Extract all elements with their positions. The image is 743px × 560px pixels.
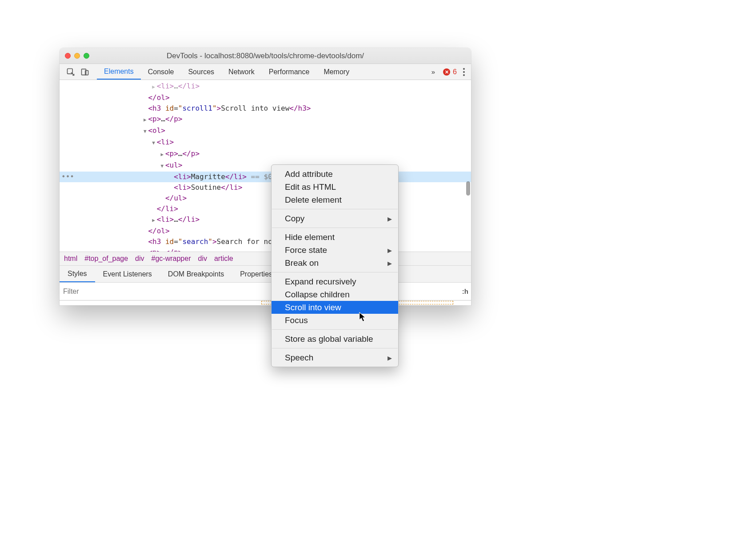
- context-menu-separator: [272, 228, 398, 228]
- breadcrumb-item[interactable]: article: [211, 255, 237, 263]
- breadcrumb-item[interactable]: div: [132, 255, 148, 263]
- more-tabs-button[interactable]: »: [427, 68, 439, 76]
- styles-panel-tabs: StylesEvent ListenersDOM BreakpointsProp…: [60, 266, 471, 283]
- context-menu-item-focus[interactable]: Focus: [272, 314, 398, 327]
- expand-arrow-icon[interactable]: [168, 182, 174, 193]
- context-menu-separator: [272, 209, 398, 209]
- expand-arrow-icon[interactable]: [151, 204, 157, 214]
- expand-arrow-icon[interactable]: [159, 160, 165, 172]
- context-menu-item-collapse-children[interactable]: Collapse children: [272, 288, 398, 301]
- dom-line[interactable]: <li>…</li>: [60, 214, 471, 226]
- window-title: DevTools - localhost:8080/web/tools/chro…: [60, 52, 471, 60]
- styles-tab-event-listeners[interactable]: Event Listeners: [95, 266, 160, 282]
- expand-arrow-icon[interactable]: [142, 226, 148, 236]
- expand-arrow-icon[interactable]: [159, 193, 165, 204]
- context-menu-item-store-as-global-variable[interactable]: Store as global variable: [272, 332, 398, 345]
- submenu-arrow-icon: ▶: [387, 354, 392, 361]
- breadcrumb-item[interactable]: div: [195, 255, 211, 263]
- context-menu-separator: [272, 348, 398, 348]
- elements-tree[interactable]: <li>…</li> </ol> <h3 id="scroll1">Scroll…: [60, 80, 471, 252]
- tab-elements[interactable]: Elements: [97, 64, 141, 80]
- devtools-menu-button[interactable]: [460, 68, 467, 76]
- context-menu-item-break-on[interactable]: Break on▶: [272, 256, 398, 269]
- dom-line[interactable]: <h3 id="scroll1">Scroll into view</h3>: [60, 103, 471, 114]
- expand-arrow-icon[interactable]: [142, 103, 148, 114]
- minimize-window-button[interactable]: [74, 53, 80, 59]
- expand-arrow-icon[interactable]: [142, 236, 148, 247]
- context-menu-item-edit-as-html[interactable]: Edit as HTML: [272, 180, 398, 193]
- expand-arrow-icon[interactable]: [159, 148, 165, 160]
- dom-line[interactable]: <li>Soutine</li>: [60, 182, 471, 193]
- context-menu-item-delete-element[interactable]: Delete element: [272, 193, 398, 206]
- dom-line[interactable]: <ol>: [60, 125, 471, 137]
- device-toggle-icon[interactable]: [80, 67, 90, 77]
- expand-arrow-icon[interactable]: [142, 125, 148, 137]
- expand-arrow-icon[interactable]: [142, 247, 148, 252]
- zoom-window-button[interactable]: [84, 53, 89, 59]
- dom-line[interactable]: </ol>: [60, 92, 471, 103]
- error-icon: ✕: [443, 68, 450, 76]
- dom-line[interactable]: </ol>: [60, 226, 471, 236]
- scrollbar-thumb[interactable]: [466, 181, 470, 196]
- expand-arrow-icon[interactable]: [151, 137, 157, 148]
- styles-tab-styles[interactable]: Styles: [60, 266, 95, 282]
- submenu-arrow-icon: ▶: [387, 247, 392, 253]
- context-menu-separator: [272, 329, 398, 330]
- context-menu-item-copy[interactable]: Copy▶: [272, 212, 398, 225]
- styles-filter-row: :h: [60, 283, 471, 300]
- tab-performance[interactable]: Performance: [262, 64, 317, 80]
- dom-line[interactable]: </ul>: [60, 193, 471, 204]
- dom-line[interactable]: <p>…</p>: [60, 247, 471, 252]
- submenu-arrow-icon: ▶: [387, 260, 392, 266]
- expand-arrow-icon[interactable]: [151, 81, 157, 92]
- tab-sources[interactable]: Sources: [181, 64, 221, 80]
- tab-memory[interactable]: Memory: [316, 64, 356, 80]
- context-menu-item-expand-recursively[interactable]: Expand recursively: [272, 275, 398, 288]
- inspect-element-icon[interactable]: [66, 67, 76, 77]
- dom-line[interactable]: ••• <li>Magritte</li> == $0: [60, 172, 471, 182]
- dom-line[interactable]: <li>…</li>: [60, 81, 471, 92]
- dom-line[interactable]: <p>…</p>: [60, 148, 471, 160]
- styles-tab-dom-breakpoints[interactable]: DOM Breakpoints: [160, 266, 232, 282]
- dom-line[interactable]: <h3 id="search">Search for nodes: [60, 236, 471, 247]
- context-menu-item-add-attribute[interactable]: Add attribute: [272, 168, 398, 180]
- context-menu-item-scroll-into-view[interactable]: Scroll into view: [272, 301, 398, 314]
- tab-console[interactable]: Console: [141, 64, 181, 80]
- context-menu-item-force-state[interactable]: Force state▶: [272, 244, 398, 256]
- dom-line[interactable]: <p>…</p>: [60, 114, 471, 125]
- submenu-arrow-icon: ▶: [387, 215, 392, 222]
- dom-line[interactable]: <ul>: [60, 160, 471, 172]
- error-count: 6: [453, 68, 457, 76]
- dom-line[interactable]: <li>: [60, 137, 471, 148]
- styles-hov-toggle[interactable]: :h: [459, 288, 471, 295]
- context-menu-item-hide-element[interactable]: Hide element: [272, 231, 398, 244]
- expand-arrow-icon[interactable]: [151, 214, 157, 226]
- tab-network[interactable]: Network: [221, 64, 262, 80]
- context-menu-separator: [272, 272, 398, 272]
- breadcrumb-item[interactable]: #gc-wrapper: [148, 255, 195, 263]
- styles-filter-input[interactable]: [60, 283, 459, 300]
- dom-line[interactable]: </li>: [60, 204, 471, 214]
- dom-breadcrumbs: html#top_of_pagediv#gc-wrapperdivarticle: [60, 252, 471, 266]
- expand-arrow-icon[interactable]: [142, 92, 148, 103]
- panel-tabs: ElementsConsoleSourcesNetworkPerformance…: [97, 64, 356, 80]
- expand-arrow-icon[interactable]: [168, 172, 174, 182]
- breadcrumb-item[interactable]: #top_of_page: [81, 255, 132, 263]
- devtools-window: DevTools - localhost:8080/web/tools/chro…: [60, 48, 471, 305]
- breadcrumb-item[interactable]: html: [60, 255, 81, 263]
- window-titlebar: DevTools - localhost:8080/web/tools/chro…: [60, 48, 471, 64]
- styles-body: [60, 300, 471, 305]
- devtools-toolbar: ElementsConsoleSourcesNetworkPerformance…: [60, 64, 471, 80]
- context-menu: Add attributeEdit as HTMLDelete elementC…: [271, 164, 399, 367]
- context-menu-item-speech[interactable]: Speech▶: [272, 351, 398, 364]
- traffic-lights: [65, 53, 89, 59]
- errors-indicator[interactable]: ✕ 6: [439, 68, 460, 76]
- close-window-button[interactable]: [65, 53, 71, 59]
- expand-arrow-icon[interactable]: [142, 114, 148, 125]
